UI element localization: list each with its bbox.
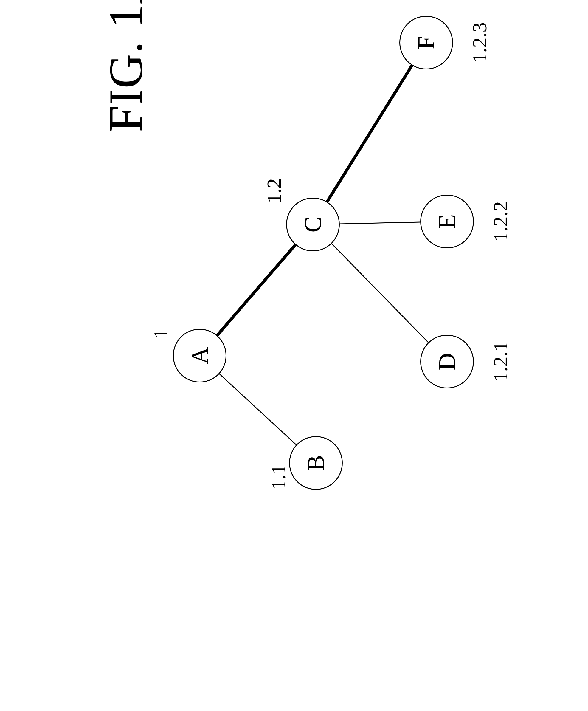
tree-node-B: B [289,436,343,490]
tree-node-number-A: 1 [149,329,173,339]
tree-node-A: A [173,329,226,383]
tree-node-D: D [420,335,474,388]
tree-node-letter: E [434,214,461,229]
tree-node-letter: B [303,455,330,471]
tree-edge [219,374,296,445]
tree-node-number-B: 1.1 [267,465,290,490]
tree-node-E: E [420,195,474,248]
tree-node-number-E: 1.2.2 [489,201,512,242]
figure-title: FIG. 1A [99,0,153,132]
tree-node-C: C [286,198,340,251]
tree-node-number-F: 1.2.3 [468,22,492,63]
rotated-stage: FIG. 1A A B C D E F 1 1.1 1.2 1.2.1 1.2.… [0,0,588,588]
tree-node-F: F [399,16,453,69]
tree-node-number-D: 1.2.1 [489,341,512,382]
figure-canvas: FIG. 1A A B C D E F 1 1.1 1.2 1.2.1 1.2.… [0,0,588,588]
tree-edge [332,243,428,342]
tree-node-letter: D [434,353,461,370]
tree-node-letter: F [413,36,440,49]
tree-edge [340,222,420,224]
tree-node-number-C: 1.2 [262,178,286,203]
tree-node-letter: A [186,347,213,364]
tree-edge [327,65,412,201]
tree-edge [217,245,295,336]
tree-edges [0,0,588,588]
tree-node-letter: C [300,216,327,232]
